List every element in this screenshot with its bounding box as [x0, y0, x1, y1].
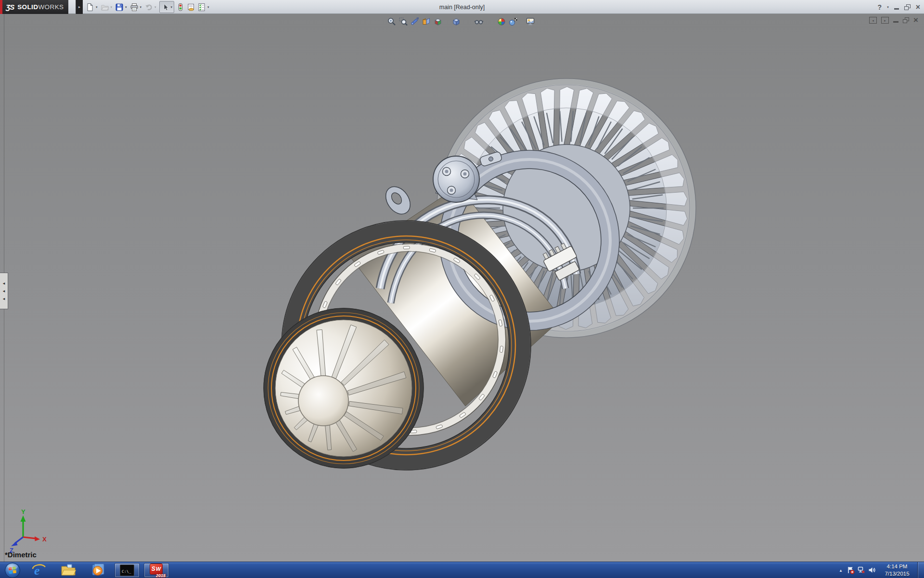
connector-block [540, 241, 583, 283]
fan-assembly [437, 79, 696, 338]
windows-taskbar: e [0, 562, 924, 578]
clock-time: 4:14 PM [880, 563, 914, 570]
cone-hub [298, 376, 348, 426]
graphics-viewport[interactable]: ◂ ◂ ◂ [0, 14, 924, 562]
hide-show-items-button[interactable] [473, 16, 485, 27]
y-axis-arrow [21, 515, 26, 522]
undo-button[interactable] [143, 2, 154, 13]
volume-button[interactable] [866, 562, 877, 578]
apply-scene-button[interactable] [507, 16, 519, 27]
collapse-feature-pane-button[interactable]: ◂ [869, 17, 877, 24]
stoplight-icon [176, 3, 185, 12]
logo-glyph: ƷS [6, 3, 14, 11]
undo-icon [144, 3, 153, 12]
collapse-arrow-icon: ◂ [3, 297, 5, 301]
restore-button[interactable] [904, 4, 911, 10]
save-button[interactable] [114, 2, 125, 13]
taskbar-internet-explorer[interactable]: e [26, 563, 51, 578]
fan-stator-spokes [469, 111, 664, 305]
solidworks-2015-icon: SW 2015 [148, 564, 165, 577]
new-dropdown-icon[interactable]: ▾ [96, 5, 98, 9]
print-button[interactable] [129, 2, 140, 13]
select-button[interactable] [161, 2, 170, 12]
orientation-triad: Y X Z [6, 509, 50, 553]
network-status-button[interactable] [856, 562, 866, 578]
action-center-button[interactable] [845, 562, 856, 578]
taskbar-clock[interactable]: 4:14 PM 7/13/2015 [880, 563, 914, 577]
x-axis-label: X [42, 536, 47, 543]
close-button[interactable]: × [916, 3, 920, 11]
pane-collapse-icon: ◂ [872, 19, 874, 22]
section-view-icon [422, 17, 431, 26]
stoplight-button[interactable] [175, 2, 186, 13]
front-flange [314, 244, 506, 435]
display-style-icon [451, 17, 461, 26]
undo-dropdown-icon[interactable]: ▾ [154, 5, 156, 9]
section-view-button[interactable] [421, 16, 432, 27]
document-close-button[interactable]: × [913, 17, 918, 24]
logo-red-strip [0, 0, 2, 14]
apply-scene-icon [508, 17, 518, 26]
select-tool-group: ▾ [159, 1, 175, 13]
comment-options-button[interactable] [186, 2, 196, 13]
design-checker-button[interactable] [196, 2, 207, 13]
display-style-button[interactable] [450, 16, 462, 27]
help-button[interactable]: ? [878, 3, 882, 11]
select-dropdown-icon[interactable]: ▾ [171, 5, 173, 9]
internet-explorer-icon: e [32, 563, 46, 578]
taskbar-command-prompt[interactable]: C:\_ [115, 563, 140, 578]
show-hidden-icons-button[interactable]: ▴ [836, 568, 845, 573]
hide-show-items-icon [474, 17, 484, 26]
solidworks-year-label: 2015 [156, 573, 166, 578]
view-orientation-button[interactable] [432, 16, 444, 27]
feature-manager-collapsed-tab[interactable]: ◂ ◂ ◂ [0, 273, 8, 309]
checker-dropdown-icon[interactable]: ▾ [207, 5, 209, 9]
core-cowl [351, 186, 562, 406]
accent-ring-outer [297, 236, 515, 455]
collapse-arrow-icon: ◂ [3, 281, 5, 286]
duct-bevel [285, 224, 527, 467]
volume-icon [868, 566, 876, 574]
casing-bolt-tab [479, 151, 502, 167]
jet-engine-model [264, 79, 696, 470]
windows-explorer-icon [61, 564, 76, 577]
new-document-icon [86, 3, 94, 12]
help-dropdown-icon[interactable]: ▾ [887, 5, 889, 9]
menu-flyout-arrow[interactable]: ▸ [76, 0, 83, 14]
zoom-to-area-button[interactable] [398, 16, 409, 27]
flyout-arrow-icon: ▸ [78, 5, 80, 9]
zoom-to-fit-icon [387, 17, 397, 26]
save-dropdown-icon[interactable]: ▾ [125, 5, 127, 9]
open-dropdown-icon[interactable]: ▾ [111, 5, 113, 9]
print-dropdown-icon[interactable]: ▾ [140, 5, 142, 9]
action-center-flag-icon [847, 566, 855, 574]
start-button[interactable] [3, 562, 22, 578]
taskbar-windows-explorer[interactable] [56, 563, 81, 578]
standard-toolbar: ▾ ▾ ▾ [85, 0, 211, 14]
previous-view-icon [410, 17, 420, 26]
view-settings-button[interactable] [525, 16, 536, 27]
fan-shroud-translucent [455, 96, 678, 320]
taskbar-solidworks-2015[interactable]: SW 2015 [144, 563, 169, 578]
document-minimize-button[interactable] [893, 21, 898, 23]
document-restore-button[interactable] [903, 17, 909, 23]
edit-appearance-icon [497, 17, 506, 26]
open-button[interactable] [100, 2, 110, 13]
clock-date: 7/13/2015 [880, 570, 914, 577]
save-icon [115, 3, 124, 12]
x-axis-arrow [35, 537, 40, 541]
zoom-to-fit-button[interactable] [386, 16, 398, 27]
taskbar-media-player[interactable] [85, 563, 110, 578]
accessory-gearbox [381, 156, 479, 219]
previous-view-button[interactable] [409, 16, 421, 27]
cone-face [275, 320, 412, 457]
minimize-button[interactable] [894, 8, 899, 10]
expand-feature-pane-button[interactable]: ▸ [881, 17, 889, 24]
edit-appearance-button[interactable] [496, 16, 507, 27]
solidworks-window: ƷS SOLIDWORKS ▸ ▾ ▾ [0, 0, 924, 578]
new-document-button[interactable] [85, 2, 95, 13]
mount-lug [381, 182, 415, 219]
cooling-pipes [380, 200, 577, 303]
system-tray: ▴ [836, 562, 924, 578]
show-desktop-button[interactable] [917, 562, 924, 578]
